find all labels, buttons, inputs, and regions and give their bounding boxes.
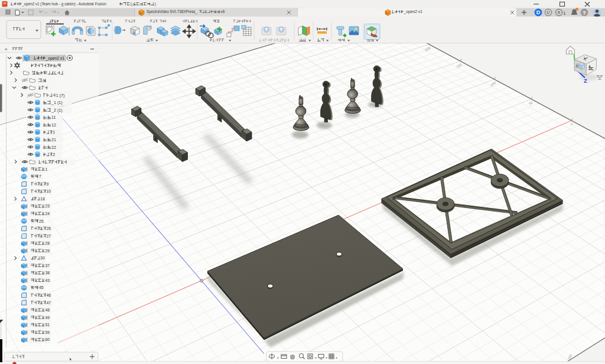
svg-text:10: 10 [47, 189, 51, 193]
svg-text:): ) [155, 2, 156, 6]
svg-text:28: 28 [45, 241, 50, 245]
svg-text:1: 1 [45, 167, 47, 171]
svg-text:60: 60 [45, 337, 50, 342]
svg-text:D: D [536, 9, 541, 15]
svg-text:37: 37 [45, 264, 50, 268]
svg-text:25: 25 [39, 219, 44, 223]
svg-text:_2 (1): _2 (1) [51, 108, 63, 113]
svg-text:38: 38 [45, 271, 50, 275]
svg-text:21: 21 [51, 138, 56, 142]
svg-text:7: 7 [39, 174, 41, 178]
svg-text:46: 46 [47, 293, 51, 297]
svg-text:27: 27 [47, 234, 51, 238]
svg-text:43: 43 [45, 278, 50, 282]
svg-text:48: 48 [45, 308, 50, 312]
svg-text:47: 47 [47, 301, 51, 305]
svg-text:_open2 v1: _open2 v1 [404, 9, 423, 14]
svg-text:v6: v6 [221, 9, 225, 14]
svg-text:30: 30 [40, 256, 45, 260]
svg-text:26: 26 [47, 226, 51, 230]
svg-text:9: 9 [47, 182, 49, 186]
svg-text:1 (7): 1 (7) [56, 93, 65, 98]
svg-text:2: 2 [53, 152, 55, 157]
svg-text:45: 45 [39, 285, 44, 290]
svg-text:_open2 v1 (Team hub - g catsin: _open2 v1 (Team hub - g catsin) - Autode… [21, 2, 106, 6]
svg-text:29: 29 [45, 249, 50, 253]
svg-text:18: 18 [40, 197, 45, 201]
svg-text:1: 1 [53, 130, 55, 135]
svg-text:59: 59 [45, 330, 50, 334]
svg-text:51: 51 [45, 323, 50, 327]
svg-text:SpectraVideo SVI-738XPress_: SpectraVideo SVI-738XPress_ [147, 9, 197, 14]
svg-text:?: ? [583, 9, 586, 16]
svg-text:11: 11 [51, 115, 56, 120]
svg-text:23: 23 [45, 204, 50, 208]
svg-text:1: 1 [563, 11, 566, 16]
svg-text:_1 (1): _1 (1) [51, 100, 63, 105]
svg-text:22: 22 [51, 145, 56, 150]
svg-text:«: « [5, 47, 8, 52]
svg-text:49: 49 [45, 316, 50, 320]
svg-text:Z: Z [584, 77, 587, 84]
svg-text:24: 24 [45, 212, 50, 216]
svg-text:12: 12 [51, 123, 56, 128]
svg-text:_open2 v1: _open2 v1 [45, 56, 65, 61]
